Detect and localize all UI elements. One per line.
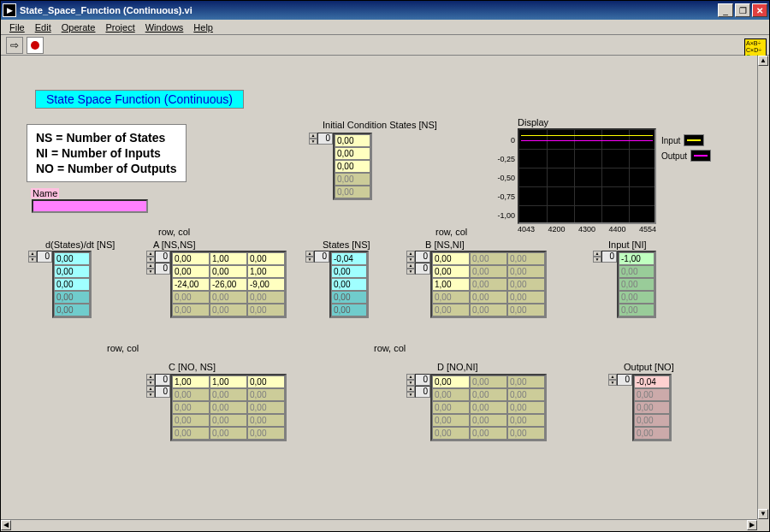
matrix-cell[interactable]: 1,00 bbox=[247, 265, 285, 278]
spinner-icon[interactable]: ▲▼ bbox=[146, 251, 155, 263]
index-input[interactable]: 0 bbox=[155, 251, 170, 263]
matrix-cell[interactable]: 0,00 bbox=[247, 252, 285, 265]
spinner-icon[interactable]: ▲▼ bbox=[146, 263, 155, 275]
array-cell[interactable]: 0,00 bbox=[331, 278, 367, 291]
matrix-cell: 0,00 bbox=[247, 388, 285, 401]
matrix-cell: 0,00 bbox=[210, 414, 247, 427]
spinner-icon[interactable]: ▲▼ bbox=[406, 263, 415, 275]
array-dstates[interactable]: ▲▼00,000,000,000,000,00 bbox=[28, 251, 92, 318]
display-graph[interactable] bbox=[518, 128, 656, 224]
spinner-icon[interactable]: ▲▼ bbox=[593, 251, 601, 263]
menu-edit[interactable]: Edit bbox=[30, 21, 56, 33]
matrix-cell[interactable]: 0,00 bbox=[172, 252, 210, 265]
index-input[interactable]: 0 bbox=[155, 374, 170, 386]
menu-project[interactable]: Project bbox=[100, 21, 139, 33]
array-cell[interactable]: 0,00 bbox=[54, 265, 90, 278]
scroll-up-icon[interactable]: ▲ bbox=[758, 56, 768, 66]
spinner-icon[interactable]: ▲▼ bbox=[406, 374, 415, 386]
index-input[interactable]: 0 bbox=[601, 251, 617, 263]
matrix-cell[interactable]: -24,00 bbox=[172, 278, 210, 291]
array-cell[interactable]: 0,00 bbox=[54, 252, 90, 265]
matrix-cell[interactable]: 1,00 bbox=[432, 278, 470, 291]
matrix-cell: 0,00 bbox=[172, 291, 210, 304]
matrix-cell[interactable]: -9,00 bbox=[247, 278, 285, 291]
stop-button[interactable] bbox=[27, 37, 44, 54]
menubar: File Edit Operate Project Windows Help bbox=[1, 20, 769, 35]
matrix-cell[interactable]: 0,00 bbox=[247, 375, 285, 388]
index-input[interactable]: 0 bbox=[415, 386, 430, 398]
matrix-cell[interactable]: -26,00 bbox=[210, 278, 247, 291]
matrix-cell: 0,00 bbox=[507, 252, 545, 265]
matrix-b[interactable]: ▲▼0▲▼00,000,000,000,000,000,001,000,000,… bbox=[406, 251, 547, 318]
spinner-icon[interactable]: ▲▼ bbox=[28, 251, 37, 263]
graph-legend[interactable]: Input Output bbox=[661, 133, 711, 163]
scroll-left-icon[interactable]: ◀ bbox=[1, 520, 11, 530]
matrix-cell[interactable]: 0,00 bbox=[432, 252, 470, 265]
array-cell[interactable]: 0,00 bbox=[335, 160, 370, 173]
array-cell[interactable]: -1,00 bbox=[619, 252, 654, 265]
close-button[interactable]: ✕ bbox=[752, 3, 767, 17]
matrix-cell: 0,00 bbox=[507, 388, 545, 401]
index-input[interactable]: 0 bbox=[415, 251, 430, 263]
array-init-cond[interactable]: ▲▼00,000,000,000,000,00 bbox=[309, 133, 372, 200]
matrix-cell[interactable]: 0,00 bbox=[432, 265, 470, 278]
index-input[interactable]: 0 bbox=[155, 386, 170, 398]
matrix-cell: 0,00 bbox=[432, 414, 470, 427]
array-states[interactable]: ▲▼0-0,040,000,000,000,00 bbox=[305, 251, 369, 318]
label-c: C [NO, NS] bbox=[169, 362, 216, 372]
index-input[interactable]: 0 bbox=[314, 251, 329, 263]
spinner-icon[interactable]: ▲▼ bbox=[406, 251, 415, 263]
array-cell[interactable]: 0,00 bbox=[331, 265, 367, 278]
array-cell[interactable]: 0,00 bbox=[54, 278, 90, 291]
graph-y-axis: 0 -0,25 -0,50 -0,75 -1,00 bbox=[491, 131, 515, 225]
matrix-d[interactable]: ▲▼0▲▼00,000,000,000,000,000,000,000,000,… bbox=[406, 374, 547, 441]
matrix-cell: 0,00 bbox=[172, 304, 210, 316]
spinner-icon[interactable]: ▲▼ bbox=[309, 133, 317, 145]
maximize-button[interactable]: ❐ bbox=[735, 3, 750, 17]
index-input[interactable]: 0 bbox=[415, 263, 430, 275]
index-input[interactable]: 0 bbox=[415, 374, 430, 386]
scrollbar-vertical[interactable]: ▲ ▼ bbox=[757, 56, 769, 519]
matrix-cell[interactable]: 0,00 bbox=[210, 265, 247, 278]
matrix-cell: 0,00 bbox=[432, 388, 470, 401]
legend-input[interactable]: Input bbox=[661, 133, 711, 148]
run-button[interactable]: ⇨ bbox=[6, 37, 23, 54]
matrix-cell[interactable]: 0,00 bbox=[172, 265, 210, 278]
index-input[interactable]: 0 bbox=[617, 374, 632, 386]
matrix-cell: 0,00 bbox=[432, 291, 470, 304]
array-cell[interactable]: -0,04 bbox=[634, 375, 670, 388]
menu-windows[interactable]: Windows bbox=[140, 21, 189, 33]
minimize-button[interactable]: _ bbox=[718, 3, 733, 17]
matrix-cell: 0,00 bbox=[507, 414, 545, 427]
array-cell[interactable]: 0,00 bbox=[335, 134, 370, 147]
name-input[interactable] bbox=[32, 199, 148, 213]
spinner-icon[interactable]: ▲▼ bbox=[146, 386, 155, 398]
spinner-icon[interactable]: ▲▼ bbox=[608, 374, 617, 386]
array-cell[interactable]: 0,00 bbox=[335, 147, 370, 160]
scrollbar-horizontal[interactable]: ◀ ▶ bbox=[1, 519, 757, 531]
scroll-right-icon[interactable]: ▶ bbox=[747, 520, 757, 530]
spinner-icon[interactable]: ▲▼ bbox=[146, 374, 155, 386]
index-input[interactable]: 0 bbox=[155, 263, 170, 275]
matrix-a[interactable]: ▲▼0▲▼00,001,000,000,000,001,00-24,00-26,… bbox=[146, 251, 287, 318]
spinner-icon[interactable]: ▲▼ bbox=[406, 386, 415, 398]
index-input[interactable]: 0 bbox=[37, 251, 52, 263]
menu-file[interactable]: File bbox=[4, 21, 30, 33]
matrix-cell[interactable]: 1,00 bbox=[210, 252, 247, 265]
matrix-cell: 0,00 bbox=[507, 265, 545, 278]
array-output[interactable]: ▲▼0-0,040,000,000,000,00 bbox=[608, 374, 672, 441]
array-cell[interactable]: -0,04 bbox=[331, 252, 367, 265]
index-input[interactable]: 0 bbox=[317, 133, 333, 145]
scroll-down-icon[interactable]: ▼ bbox=[758, 509, 768, 519]
matrix-cell: 0,00 bbox=[507, 278, 545, 291]
matrix-cell[interactable]: 1,00 bbox=[172, 375, 210, 388]
menu-operate[interactable]: Operate bbox=[56, 21, 101, 33]
menu-help[interactable]: Help bbox=[188, 21, 218, 33]
matrix-cell[interactable]: 1,00 bbox=[210, 375, 247, 388]
spinner-icon[interactable]: ▲▼ bbox=[305, 251, 314, 263]
legend-output[interactable]: Output bbox=[661, 148, 711, 163]
matrix-c[interactable]: ▲▼0▲▼01,001,000,000,000,000,000,000,000,… bbox=[146, 374, 287, 441]
main-window: ▶ State_Space_Function (Continuous).vi _… bbox=[0, 0, 770, 532]
array-input[interactable]: ▲▼0-1,000,000,000,000,00 bbox=[593, 251, 656, 318]
matrix-cell[interactable]: 0,00 bbox=[432, 375, 470, 388]
